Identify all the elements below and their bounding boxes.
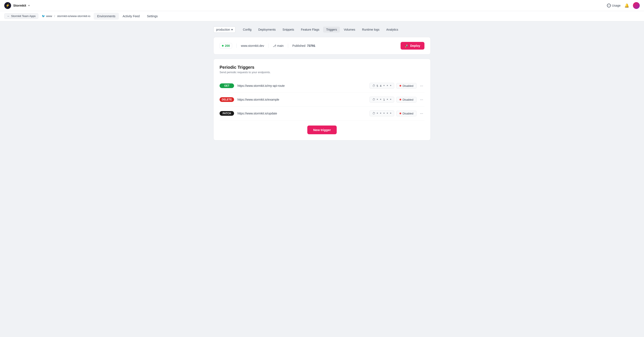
- disabled-label-2: Disabled: [402, 98, 413, 101]
- status-separator-2: [268, 44, 268, 48]
- deploy-button[interactable]: 🚀 Deploy: [400, 42, 424, 49]
- status-dot: [222, 45, 224, 47]
- cron-badge-1: ⏱ 5 4 * * *: [370, 83, 394, 89]
- table-row: DELETE https://www.stormkit.io/example ⏱…: [220, 93, 424, 107]
- env-selector-label: production: [216, 28, 230, 31]
- cron-value-3: * * * * *: [376, 112, 392, 115]
- new-trigger-row: New trigger: [220, 120, 424, 134]
- triggers-title: Periodic Triggers: [220, 65, 424, 70]
- method-badge-get: GET: [220, 83, 234, 88]
- cron-value-2: * * 1 * *: [376, 98, 392, 101]
- tab-deployments[interactable]: Deployments: [255, 26, 279, 32]
- table-row: PATCH https://www.stormkit.io/update ⏱ *…: [220, 107, 424, 120]
- secondary-nav: ← Stormkit Team Apps 🐦 www / stormkit-io…: [0, 11, 644, 21]
- more-button-2[interactable]: ···: [419, 97, 424, 102]
- path-label: stormkit-io/www-stormkit-io: [57, 14, 90, 18]
- tab-triggers[interactable]: Triggers: [323, 26, 340, 32]
- branch-icon: ⎇: [273, 44, 276, 47]
- disabled-badge-1: Disabled: [396, 83, 416, 89]
- clock-icon-2: ⏱: [372, 98, 375, 101]
- disabled-dot-3: [400, 113, 401, 114]
- usage-label: Usage: [612, 4, 620, 7]
- cron-value-1: 5 4 * * *: [376, 84, 392, 87]
- disabled-dot-1: [400, 85, 401, 87]
- tab-activity-feed[interactable]: Activity Feed: [119, 13, 143, 19]
- top-nav-left: ⚡ Stormkit ▾: [4, 2, 30, 9]
- tab-snippets[interactable]: Snippets: [280, 26, 297, 32]
- app-logo: ⚡: [4, 2, 11, 9]
- more-button-1[interactable]: ···: [419, 83, 424, 88]
- trigger-url-3: https://www.stormkit.io/update: [238, 112, 366, 115]
- breadcrumb: 🐦 www / stormkit-io/www-stormkit-io: [42, 14, 90, 18]
- method-badge-patch: PATCH: [220, 111, 234, 116]
- breadcrumb-separator: /: [54, 14, 55, 18]
- tab-environments[interactable]: Environments: [94, 13, 119, 19]
- disabled-badge-2: Disabled: [396, 97, 416, 102]
- tab-feature-flags[interactable]: Feature Flags: [298, 26, 322, 32]
- user-avatar[interactable]: [633, 2, 640, 9]
- notifications-icon[interactable]: 🔔: [624, 3, 629, 8]
- usage-button[interactable]: ○ Usage: [607, 3, 620, 7]
- trigger-url-2: https://www.stormkit.io/example: [238, 98, 366, 101]
- table-row: GET https://www.stormkit.io/my-api-route…: [220, 79, 424, 93]
- usage-icon: ○: [607, 3, 611, 7]
- tab-runtime-logs[interactable]: Runtime logs: [359, 26, 382, 32]
- status-badge: 200: [220, 43, 232, 48]
- status-url: www.stormkit.dev: [241, 44, 264, 47]
- rocket-icon: 🚀: [405, 44, 408, 47]
- tab-config[interactable]: Config: [240, 26, 254, 32]
- clock-icon-1: ⏱: [372, 84, 375, 87]
- back-label: Stormkit Team Apps: [11, 14, 36, 18]
- trigger-actions-1: ⏱ 5 4 * * * Disabled ···: [370, 83, 424, 89]
- deploy-id: 73791: [307, 44, 316, 47]
- disabled-label-3: Disabled: [402, 112, 413, 115]
- branch-name: main: [277, 44, 284, 47]
- www-label: www: [46, 14, 52, 18]
- app-dropdown-icon[interactable]: ▾: [28, 4, 30, 7]
- back-arrow-icon: ←: [7, 14, 10, 18]
- globe-icon: 🐦: [42, 14, 45, 18]
- tab-analytics[interactable]: Analytics: [383, 26, 401, 32]
- secondary-nav-tabs: Environments Activity Feed Settings: [94, 13, 161, 19]
- method-badge-delete: DELETE: [220, 97, 234, 102]
- status-published: Published 73791: [292, 44, 316, 47]
- more-button-3[interactable]: ···: [419, 111, 424, 116]
- disabled-dot-2: [400, 99, 401, 100]
- app-name: Stormkit: [13, 3, 26, 7]
- cron-badge-2: ⏱ * * 1 * *: [370, 97, 394, 102]
- trigger-actions-3: ⏱ * * * * * Disabled ···: [370, 110, 424, 116]
- trigger-url-1: https://www.stormkit.io/my-api-route: [238, 84, 366, 87]
- deploy-btn-label: Deploy: [410, 44, 420, 47]
- status-branch: ⎇ main: [273, 44, 284, 47]
- disabled-label-1: Disabled: [402, 84, 413, 87]
- tab-settings[interactable]: Settings: [144, 13, 161, 19]
- status-code: 200: [225, 44, 230, 47]
- tab-volumes[interactable]: Volumes: [341, 26, 358, 32]
- new-trigger-button[interactable]: New trigger: [307, 125, 337, 134]
- published-label: Published: [292, 44, 306, 47]
- disabled-badge-3: Disabled: [396, 111, 416, 116]
- env-selector-chevron: ▾: [231, 28, 233, 31]
- environment-selector[interactable]: production ▾: [214, 26, 236, 33]
- trigger-actions-2: ⏱ * * 1 * * Disabled ···: [370, 97, 424, 102]
- back-button[interactable]: ← Stormkit Team Apps: [4, 13, 38, 19]
- clock-icon-3: ⏱: [372, 112, 375, 115]
- env-tabs: Config Deployments Snippets Feature Flag…: [240, 26, 401, 32]
- status-card: 200 www.stormkit.dev ⎇ main Published 73…: [214, 37, 430, 54]
- top-nav: ⚡ Stormkit ▾ ○ Usage 🔔: [0, 0, 644, 11]
- env-tabs-row: production ▾ Config Deployments Snippets…: [214, 26, 430, 33]
- status-separator-3: [288, 44, 288, 48]
- triggers-card: Periodic Triggers Send periodic requests…: [214, 59, 430, 140]
- main-content: production ▾ Config Deployments Snippets…: [205, 21, 439, 146]
- triggers-description: Send periodic requests to your endpoints…: [220, 71, 424, 74]
- top-nav-right: ○ Usage 🔔: [607, 2, 640, 9]
- cron-badge-3: ⏱ * * * * *: [370, 110, 394, 116]
